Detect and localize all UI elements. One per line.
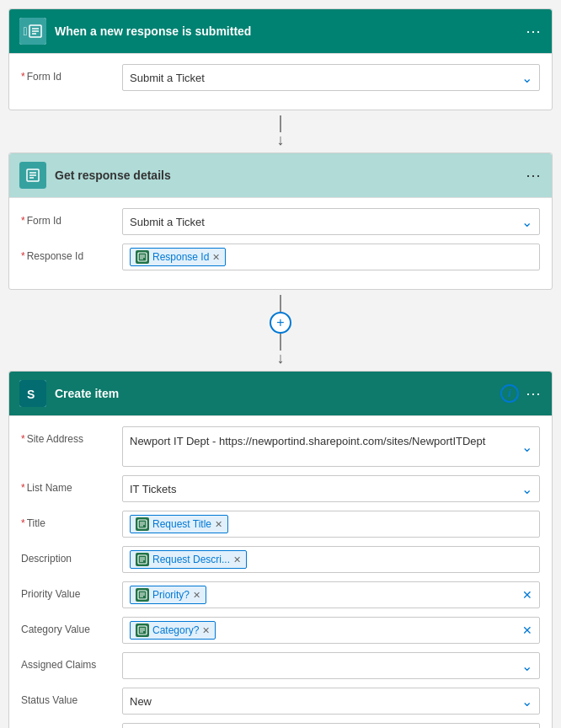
card1-formid-row: *Form Id Submit a Ticket ⌄ xyxy=(21,64,540,91)
card3-description-control[interactable]: Request Descri... ✕ xyxy=(122,546,540,573)
card1-actions: ⋯ xyxy=(526,22,542,40)
card2-responseid-required: * xyxy=(21,250,25,262)
card1-formid-required: * xyxy=(21,71,25,83)
card3-siteaddress-label: *Site Address xyxy=(21,426,122,445)
card3-assignedclaims-control[interactable]: ⌄ xyxy=(122,652,540,679)
card3-priority-tag-icon xyxy=(136,588,149,602)
card1-formid-label: *Form Id xyxy=(21,64,122,83)
card3-assignedclaims-arrow[interactable]: ⌄ xyxy=(521,658,532,674)
card3-description-row: Description Request Descri... ✕ xyxy=(21,546,540,573)
card2-title: Get response details xyxy=(55,169,526,182)
connector-2-line-bottom xyxy=(280,334,281,351)
card-when-response:  When a new response is submitted ⋯ *Fo… xyxy=(8,8,553,110)
connector-2-arrow: ↓ xyxy=(277,351,285,366)
card3-listname-control[interactable]: IT Tickets ⌄ xyxy=(122,475,540,502)
card3-actions: i ⋯ xyxy=(500,384,542,403)
card2-responseid-label: *Response Id xyxy=(21,244,122,262)
card3-more-button[interactable]: ⋯ xyxy=(526,384,542,403)
card1-dropdown-arrow[interactable]: ⌄ xyxy=(521,70,532,86)
card3-siteaddress-required: * xyxy=(21,433,25,445)
card2-responseid-control[interactable]: Response Id ✕ xyxy=(122,244,540,270)
card2-dropdown-arrow[interactable]: ⌄ xyxy=(521,214,532,230)
card3-priority-tag: Priority? ✕ xyxy=(130,586,206,604)
card3-followup-row: Followup xyxy=(21,723,540,728)
card1-body: *Form Id Submit a Ticket ⌄ xyxy=(9,53,552,110)
card3-info-button[interactable]: i xyxy=(500,384,519,403)
card2-tag-icon xyxy=(136,250,149,264)
card3-statusvalue-arrow[interactable]: ⌄ xyxy=(521,693,532,709)
card1-formid-control[interactable]: Submit a Ticket ⌄ xyxy=(122,64,540,91)
card1-formid-value: Submit a Ticket xyxy=(130,72,512,84)
card1-header:  When a new response is submitted ⋯ xyxy=(9,9,552,53)
card3-sp-svg: S xyxy=(24,385,41,402)
card2-responseid-tag: Response Id ✕ xyxy=(130,248,226,266)
card3-listname-required: * xyxy=(21,482,25,494)
card3-priority-clear[interactable]: ✕ xyxy=(522,588,532,602)
connector-2-plus-button[interactable]: + xyxy=(270,312,291,334)
card2-formid-value: Submit a Ticket xyxy=(130,216,512,228)
card3-siteaddress-arrow[interactable]: ⌄ xyxy=(521,439,532,455)
card3-description-tag-close[interactable]: ✕ xyxy=(233,554,241,565)
card2-formid-required: * xyxy=(21,215,25,227)
card3-priority-tag-text: Priority? xyxy=(152,589,190,601)
card-create-item: S Create item i ⋯ *Site Address Newport … xyxy=(8,371,553,728)
card3-statusvalue-control[interactable]: New ⌄ xyxy=(122,688,540,715)
card3-priority-row: Priority Value Priority? ✕ ✕ xyxy=(21,581,540,608)
card3-title-row: *Title Request Title ✕ xyxy=(21,511,540,538)
card3-title-tag-icon xyxy=(136,517,149,531)
card3-category-label: Category Value xyxy=(21,617,122,635)
card3-category-tag-close[interactable]: ✕ xyxy=(202,625,210,636)
card3-title-tag: Request Title ✕ xyxy=(130,515,228,533)
card3-title-required: * xyxy=(21,517,25,529)
card2-more-button[interactable]: ⋯ xyxy=(526,166,542,185)
card3-title-forms-icon xyxy=(137,519,147,529)
card3-title: Create item xyxy=(55,387,500,400)
card1-title: When a new response is submitted xyxy=(55,24,526,38)
card2-body: *Form Id Submit a Ticket ⌄ *Response Id xyxy=(9,197,552,289)
card3-category-clear[interactable]: ✕ xyxy=(522,624,532,637)
connector-1: ↓ xyxy=(8,115,553,147)
card3-statusvalue-label: Status Value xyxy=(21,688,122,706)
card3-header: S Create item i ⋯ xyxy=(9,372,552,415)
card3-description-tag: Request Descri... ✕ xyxy=(130,550,247,569)
card2-forms-svg xyxy=(25,168,40,183)
card2-icon xyxy=(19,162,46,189)
card3-priority-forms-icon xyxy=(137,590,147,600)
card2-formid-row: *Form Id Submit a Ticket ⌄ xyxy=(21,208,540,235)
card3-priority-tag-close[interactable]: ✕ xyxy=(193,590,200,601)
connector-1-arrow: ↓ xyxy=(277,132,285,147)
card2-responseid-row: *Response Id Response Id ✕ xyxy=(21,244,540,270)
card3-siteaddress-control[interactable]: Newport IT Dept - https://newportind.sha… xyxy=(122,426,540,467)
card3-listname-arrow[interactable]: ⌄ xyxy=(521,481,532,497)
card3-followup-control[interactable] xyxy=(122,723,540,728)
card3-category-tag-icon xyxy=(136,624,149,637)
card3-desc-tag-icon xyxy=(136,553,149,566)
card3-listname-value: IT Tickets xyxy=(130,483,512,495)
card3-category-tag-text: Category? xyxy=(152,624,199,636)
svg-text:S: S xyxy=(27,388,35,401)
card3-assignedclaims-row: Assigned Claims ⌄ xyxy=(21,652,540,679)
card3-category-control[interactable]: Category? ✕ ✕ xyxy=(122,617,540,644)
card3-category-tag: Category? ✕ xyxy=(130,621,216,640)
card2-responseid-tag-close[interactable]: ✕ xyxy=(212,252,220,263)
card3-title-label: *Title xyxy=(21,511,122,529)
connector-2: + ↓ xyxy=(8,295,553,366)
card2-responseid-tag-text: Response Id xyxy=(152,251,209,263)
card3-statusvalue-value: New xyxy=(130,695,512,708)
card3-priority-control[interactable]: Priority? ✕ ✕ xyxy=(122,581,540,608)
card3-description-label: Description xyxy=(21,546,122,565)
card3-icon: S xyxy=(19,380,46,407)
card2-formid-label: *Form Id xyxy=(21,208,122,227)
card1-more-button[interactable]: ⋯ xyxy=(526,22,542,40)
card2-tag-forms-icon xyxy=(137,252,147,262)
card3-title-control[interactable]: Request Title ✕ xyxy=(122,511,540,538)
card2-formid-control[interactable]: Submit a Ticket ⌄ xyxy=(122,208,540,235)
card1-icon:  xyxy=(19,18,46,45)
card-get-response: Get response details ⋯ *Form Id Submit a… xyxy=(8,153,553,290)
card2-actions: ⋯ xyxy=(526,166,542,185)
card3-listname-row: *List Name IT Tickets ⌄ xyxy=(21,475,540,502)
card3-category-forms-icon xyxy=(137,625,147,635)
card3-priority-label: Priority Value xyxy=(21,581,122,600)
card3-body: *Site Address Newport IT Dept - https://… xyxy=(9,415,552,728)
card3-title-tag-close[interactable]: ✕ xyxy=(215,519,222,530)
